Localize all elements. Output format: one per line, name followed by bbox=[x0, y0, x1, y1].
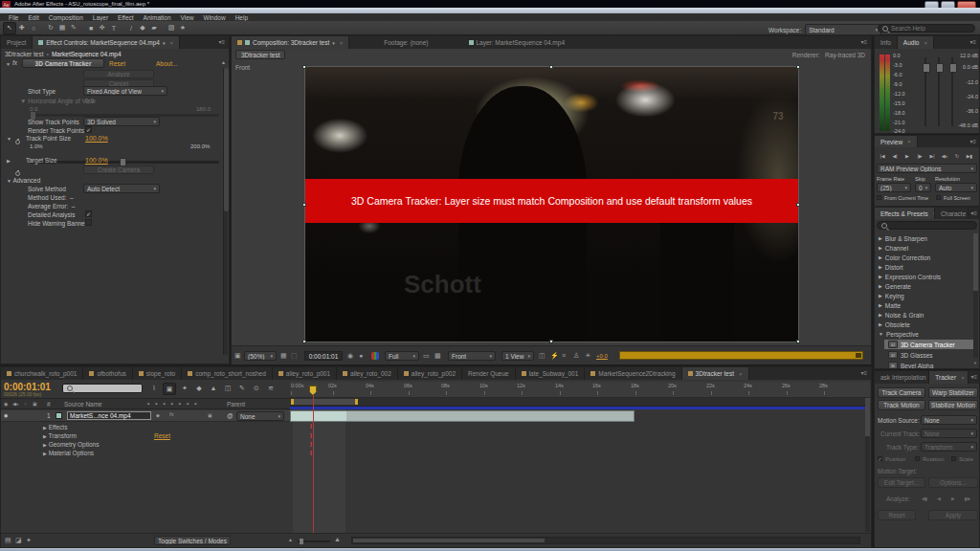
detailed-analysis-checkbox[interactable] bbox=[85, 210, 92, 217]
panel-menu-icon[interactable]: ▾≡ bbox=[967, 36, 979, 49]
timeline-tab[interactable]: alley_roto_p001 bbox=[273, 367, 337, 380]
last-frame-button[interactable]: ▶| bbox=[926, 150, 938, 161]
graph-editor-icon[interactable]: ⊙ bbox=[251, 383, 262, 393]
layer-quality-icon[interactable]: ◆ bbox=[156, 412, 160, 418]
tab-menu-icon[interactable]: ▾ bbox=[332, 40, 335, 46]
options-button[interactable]: Options... bbox=[928, 477, 978, 488]
warp-stabilizer-button[interactable]: Warp Stabilizer bbox=[928, 387, 978, 398]
selection-handle[interactable] bbox=[796, 340, 800, 343]
audio-fader-right[interactable] bbox=[951, 57, 953, 126]
tps-stopwatch-icon[interactable] bbox=[15, 140, 20, 144]
snapshot-icon[interactable]: ◉ bbox=[347, 352, 353, 360]
ep-scrollbar[interactable]: ▼ bbox=[973, 233, 978, 358]
ram-preview-button[interactable]: ▶▮ bbox=[964, 150, 975, 161]
advanced-group[interactable]: ▼ Advanced bbox=[7, 177, 40, 184]
expand-properties-icon[interactable]: ◪ bbox=[15, 537, 22, 544]
target-size-value[interactable]: 100.0% bbox=[85, 157, 108, 164]
menu-file[interactable]: File bbox=[4, 14, 23, 21]
track-camera-button[interactable]: Track Camera bbox=[878, 387, 925, 398]
menu-composition[interactable]: Composition bbox=[44, 14, 88, 21]
zoom-out-mountain-icon[interactable]: ▲ bbox=[288, 537, 293, 542]
show-snapshot-icon[interactable]: ● bbox=[359, 352, 363, 359]
loop-button[interactable]: ↻ bbox=[951, 150, 963, 161]
menu-animation[interactable]: Animation bbox=[139, 14, 176, 21]
expand-layers-icon[interactable]: ▤ bbox=[5, 537, 11, 544]
menu-layer[interactable]: Layer bbox=[88, 14, 113, 21]
magnification-select[interactable]: (50%) bbox=[244, 351, 277, 361]
tps-expander-icon[interactable]: ▼ bbox=[7, 136, 11, 142]
tab-menu-icon[interactable]: ▾ bbox=[163, 40, 166, 46]
audio-toggle-button[interactable]: ◀» bbox=[939, 150, 950, 161]
tab-close-icon[interactable]: × bbox=[170, 40, 174, 46]
eraser-tool-icon[interactable]: ▰ bbox=[148, 23, 160, 33]
timeline-tab[interactable]: churchwalk_roto_p001 bbox=[1, 367, 83, 380]
comp-timecode[interactable]: 0:00:01:01 bbox=[304, 351, 343, 361]
tab-effect-controls[interactable]: Effect Controls: MarketSequence 04.mp4 ▾… bbox=[33, 36, 180, 49]
view-layout-select[interactable]: 1 View bbox=[501, 351, 534, 361]
analyze-backward-button[interactable]: ◀ bbox=[933, 493, 945, 503]
effect-category-perspective[interactable]: ▼Perspective bbox=[875, 329, 974, 339]
hand-tool-icon[interactable]: ✚ bbox=[16, 23, 28, 33]
effect-category[interactable]: ▶Obsolete bbox=[875, 320, 974, 329]
tab-project[interactable]: Project bbox=[1, 36, 33, 49]
layer-visibility-icon[interactable]: ◉ bbox=[4, 412, 8, 418]
column-parent[interactable]: Parent bbox=[227, 401, 245, 408]
effect-category[interactable]: ▶Generate bbox=[875, 281, 974, 291]
skip-select[interactable]: 0 bbox=[915, 183, 931, 192]
menu-window[interactable]: Window bbox=[199, 14, 231, 21]
timeline-search-input[interactable] bbox=[76, 386, 138, 392]
effect-item[interactable]: MBevel Alpha bbox=[884, 361, 974, 368]
brainstorm-icon[interactable]: ◫ bbox=[222, 383, 234, 393]
panel-menu-icon[interactable]: ▾≡ bbox=[969, 208, 979, 219]
rotation-tool-icon[interactable]: ↻ bbox=[45, 23, 56, 33]
menu-edit[interactable]: Edit bbox=[23, 14, 43, 21]
auto-keyframe-icon[interactable]: ✎ bbox=[236, 383, 248, 393]
clone-stamp-tool-icon[interactable]: ◆ bbox=[137, 23, 148, 33]
tab-info[interactable]: Info bbox=[875, 36, 898, 49]
type-tool-icon[interactable]: T bbox=[108, 23, 120, 33]
track-motion-button[interactable]: Track Motion bbox=[878, 400, 925, 410]
tab-footage[interactable]: Footage: (none) bbox=[378, 36, 434, 49]
tab-tracker[interactable]: Tracker× bbox=[929, 371, 969, 384]
selection-handle[interactable] bbox=[549, 340, 553, 343]
comp-view-chip[interactable]: 3Dtracker test bbox=[235, 50, 285, 59]
tps-slider[interactable] bbox=[30, 161, 219, 164]
target-stopwatch-icon[interactable] bbox=[15, 171, 20, 176]
panel-menu-icon[interactable]: ▾≡ bbox=[967, 136, 979, 147]
current-track-select[interactable]: None bbox=[921, 429, 977, 438]
motion-source-select[interactable]: None bbox=[921, 415, 977, 425]
timeline-zoom-slider[interactable] bbox=[298, 540, 330, 542]
position-checkbox[interactable] bbox=[878, 456, 882, 461]
expand-inout-icon[interactable]: ✦ bbox=[26, 537, 32, 544]
menu-help[interactable]: Help bbox=[231, 14, 253, 21]
resolution-select[interactable]: Full bbox=[385, 351, 419, 361]
tab-audio[interactable]: Audio× bbox=[898, 36, 934, 49]
roi-icon[interactable]: ⬚ bbox=[291, 352, 298, 360]
help-search[interactable] bbox=[878, 24, 975, 33]
effect-item[interactable]: 323D Glasses bbox=[884, 350, 974, 360]
tab-preview[interactable]: Preview× bbox=[875, 136, 918, 147]
prop-row-effects[interactable]: ▶ Effects bbox=[43, 424, 67, 430]
effect-expander-icon[interactable]: ▼ bbox=[6, 61, 11, 67]
track-type-select[interactable]: Transform bbox=[921, 442, 977, 452]
layer-parent-select[interactable]: None bbox=[236, 411, 284, 421]
video-frame[interactable]: 73 Schott 3D Camera Tracker: Layer size … bbox=[305, 67, 798, 342]
effects-search-input[interactable] bbox=[890, 222, 972, 229]
layer-3d-icon[interactable]: ▣ bbox=[208, 412, 212, 418]
breadcrumb-layer[interactable]: MarketSequence 04.mp4 bbox=[52, 51, 122, 57]
frame-rate-select[interactable]: (25) bbox=[877, 183, 911, 192]
workspace-select[interactable]: Standard bbox=[805, 24, 881, 35]
draft-3d-icon[interactable]: ▣ bbox=[163, 383, 176, 395]
roto-brush-tool-icon[interactable]: ▨ bbox=[166, 23, 177, 33]
timeline-tab[interactable]: alley_roto_p002 bbox=[398, 367, 462, 380]
exposure-value[interactable]: +0.0 bbox=[596, 353, 608, 359]
analyze-forward-button[interactable]: ▶ bbox=[947, 493, 959, 503]
timeline-hscrollbar[interactable] bbox=[351, 537, 860, 544]
effect-category[interactable]: ▶Matte bbox=[875, 300, 974, 310]
tab-composition[interactable]: Composition: 3Dtracker test ▾ × bbox=[232, 36, 349, 49]
timeline-tab[interactable]: ofbothofus bbox=[83, 367, 132, 380]
pan-behind-tool-icon[interactable]: ✎ bbox=[68, 23, 79, 33]
shot-type-select[interactable]: Fixed Angle of View bbox=[83, 86, 167, 96]
timeline-search[interactable] bbox=[62, 384, 143, 393]
flowchart-icon[interactable]: ♙ bbox=[573, 352, 579, 360]
